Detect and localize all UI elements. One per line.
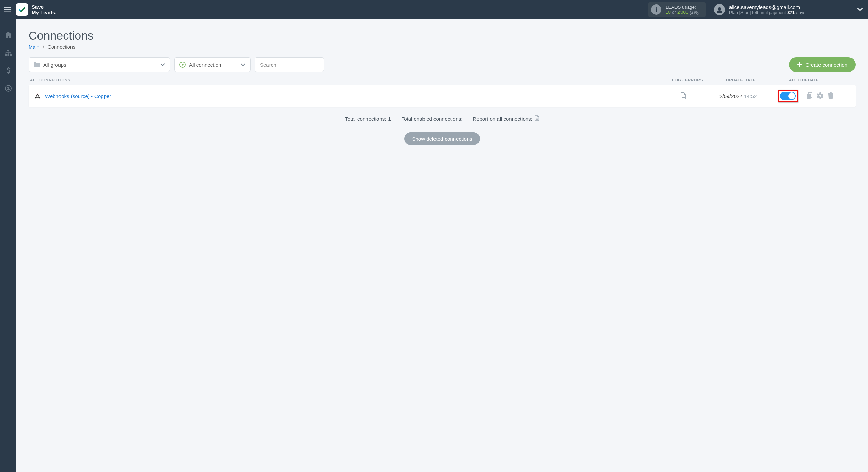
breadcrumb: Main / Connections: [29, 44, 856, 50]
table-header: All connections Log / Errors Update date…: [29, 78, 856, 85]
report-download[interactable]: [535, 115, 539, 122]
create-connection-label: Create connection: [805, 62, 847, 68]
update-date: 12/09/2022: [717, 93, 743, 99]
document-icon: [681, 92, 686, 99]
svg-rect-13: [807, 94, 811, 99]
svg-rect-5: [7, 54, 9, 56]
copy-icon: [807, 92, 812, 99]
total-value: 1: [388, 116, 391, 122]
home-icon: [5, 32, 12, 38]
chevron-down-icon: [857, 7, 863, 11]
highlight-box: [778, 90, 798, 102]
total-label: Total connections:: [345, 116, 386, 122]
page-title: Connections: [29, 29, 856, 42]
document-icon: [535, 115, 539, 121]
logo[interactable]: [16, 3, 28, 16]
breadcrumb-current: Connections: [48, 44, 76, 50]
row-date-cell: 12/09/2022 14:52: [702, 93, 771, 99]
show-deleted-button[interactable]: Show deleted connections: [404, 132, 480, 145]
rail-account[interactable]: [0, 81, 16, 96]
col-auto: Auto update: [775, 78, 854, 82]
delete-button[interactable]: [827, 91, 835, 101]
brand-line2: My Leads.: [32, 10, 57, 15]
copy-button[interactable]: [805, 91, 814, 101]
gear-icon: [817, 92, 823, 99]
groups-label: All groups: [43, 62, 66, 68]
menu-toggle[interactable]: [0, 0, 16, 19]
svg-point-0: [656, 7, 657, 9]
brand-text: Save My Leads.: [32, 4, 57, 16]
groups-select[interactable]: All groups: [29, 57, 170, 72]
col-all: All connections: [30, 78, 669, 82]
info-icon: [651, 4, 661, 15]
account-email: alice.savemyleads@gmail.com: [729, 4, 805, 10]
row-name-cell: Webhooks (source) - Copper: [34, 92, 664, 99]
svg-point-8: [7, 87, 9, 89]
auto-update-toggle[interactable]: [780, 92, 796, 100]
row-actions: [805, 91, 835, 101]
settings-button[interactable]: [816, 91, 825, 101]
side-rail: [0, 19, 16, 472]
filter-toolbar: All groups All connection: [29, 57, 856, 72]
chevron-down-icon: [160, 63, 165, 66]
user-circle-icon: [5, 85, 12, 92]
summary-line: Total connections: 1 Total enabled conne…: [29, 115, 856, 122]
update-time: 14:52: [744, 93, 757, 99]
sitemap-icon: [5, 50, 12, 56]
main-content: Connections Main / Connections All group…: [16, 19, 868, 472]
svg-point-2: [718, 7, 721, 10]
usage-values: 18 of 2'000 (1%): [666, 10, 700, 15]
plus-icon: [797, 62, 802, 67]
usage-label: LEADS usage:: [666, 4, 700, 10]
rail-home[interactable]: [0, 28, 16, 42]
report-label: Report on all connections:: [473, 116, 532, 122]
dollar-icon: [6, 67, 11, 74]
create-connection-button[interactable]: Create connection: [789, 57, 856, 72]
col-date: Update date: [706, 78, 775, 82]
status-label: All connection: [189, 62, 221, 68]
svg-rect-1: [656, 9, 657, 12]
account-chevron[interactable]: [857, 7, 863, 12]
col-log: Log / Errors: [669, 78, 706, 82]
status-select[interactable]: All connection: [174, 57, 251, 72]
search-box[interactable]: [255, 57, 324, 72]
usage-box[interactable]: LEADS usage: 18 of 2'000 (1%): [648, 2, 706, 17]
logo-check-icon: [18, 6, 26, 14]
avatar-icon: [714, 4, 725, 15]
folder-icon: [34, 62, 40, 67]
account-menu[interactable]: alice.savemyleads@gmail.com Plan |Start|…: [714, 4, 805, 15]
account-plan: Plan |Start| left until payment 371 days: [729, 10, 805, 15]
breadcrumb-main[interactable]: Main: [29, 44, 39, 50]
svg-rect-3: [7, 50, 9, 51]
table-row: Webhooks (source) - Copper 12/09/2022 14…: [29, 85, 856, 107]
play-circle-icon: [179, 62, 186, 68]
trash-icon: [828, 92, 833, 99]
brand-line1: Save: [32, 4, 44, 10]
rail-billing[interactable]: [0, 63, 16, 78]
svg-rect-6: [10, 54, 12, 56]
svg-rect-4: [5, 54, 7, 56]
chevron-down-icon: [241, 63, 245, 66]
rail-connections[interactable]: [0, 45, 16, 60]
enabled-label: Total enabled connections:: [402, 116, 463, 122]
search-input[interactable]: [260, 62, 319, 68]
log-button[interactable]: [664, 92, 702, 99]
topbar: Save My Leads. LEADS usage: 18 of 2'000 …: [0, 0, 868, 19]
webhook-icon: [34, 92, 41, 99]
connection-link[interactable]: Webhooks (source) - Copper: [45, 93, 111, 99]
hamburger-icon: [4, 7, 11, 12]
